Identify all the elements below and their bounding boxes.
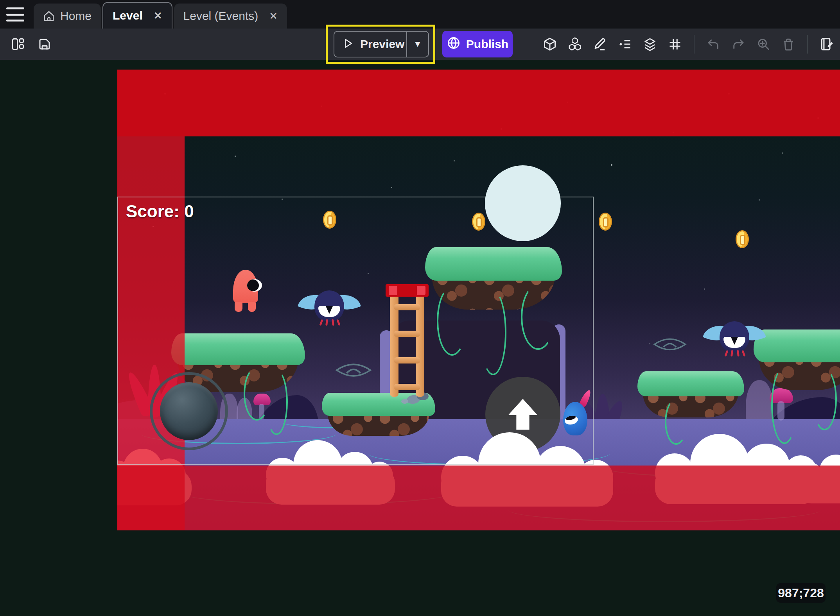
score-label[interactable]: Score: 0 <box>126 202 194 221</box>
star <box>649 343 650 344</box>
toolbar-divider <box>694 35 695 54</box>
pencil-edit-icon[interactable] <box>592 36 608 52</box>
star <box>391 187 392 188</box>
tab-label: Level <box>113 9 143 22</box>
toolbar-divider <box>807 35 808 54</box>
tab-bar: Home Level ✕ Level (Events) ✕ <box>0 0 840 29</box>
close-icon[interactable]: ✕ <box>154 11 162 21</box>
zoom-in-icon[interactable] <box>756 36 771 52</box>
layers-icon[interactable] <box>642 36 658 52</box>
hamburger-menu-icon[interactable] <box>6 7 24 21</box>
coin[interactable] <box>323 211 336 229</box>
joystick-knob[interactable] <box>160 382 218 440</box>
eye-decoration <box>334 362 373 379</box>
eye-decoration <box>652 336 687 353</box>
coin[interactable] <box>599 213 612 231</box>
globe-icon <box>447 36 461 53</box>
instances-cubes-icon[interactable] <box>567 36 583 52</box>
publish-button[interactable]: Publish <box>442 31 513 57</box>
properties-notes-icon[interactable] <box>819 36 835 52</box>
red-border-overlay-top <box>117 70 840 136</box>
ladder[interactable] <box>390 285 424 397</box>
bat-enemy[interactable] <box>705 321 764 357</box>
close-icon[interactable]: ✕ <box>269 11 278 21</box>
level-editor-canvas[interactable]: Score: 0 <box>117 70 840 530</box>
star <box>782 152 783 154</box>
tab-home[interactable]: Home <box>34 4 101 29</box>
star <box>454 160 455 161</box>
floating-platform-top[interactable] <box>425 247 562 310</box>
star <box>282 199 283 200</box>
preview-options-button[interactable]: ▼ <box>407 39 428 49</box>
tab-level[interactable]: Level ✕ <box>102 2 172 29</box>
save-icon[interactable] <box>37 36 52 52</box>
objects-cube-icon[interactable] <box>542 36 558 52</box>
player-character[interactable] <box>233 270 258 313</box>
play-icon <box>342 38 354 51</box>
chevron-down-icon: ▼ <box>413 39 422 49</box>
tab-level-events[interactable]: Level (Events) ✕ <box>174 4 287 29</box>
moon[interactable] <box>485 165 561 241</box>
star <box>611 164 612 166</box>
publish-label: Publish <box>466 38 508 51</box>
coin[interactable] <box>736 230 749 248</box>
star <box>704 288 705 290</box>
trash-icon[interactable] <box>781 36 796 52</box>
red-border-overlay-bottom <box>117 466 840 530</box>
grid-icon[interactable] <box>667 36 683 52</box>
star <box>368 273 369 274</box>
home-icon <box>43 10 55 22</box>
redo-icon[interactable] <box>731 36 746 52</box>
ladder-top-cap[interactable] <box>386 284 429 297</box>
up-arrow-icon <box>503 394 543 435</box>
preview-label: Preview <box>360 38 404 51</box>
star <box>235 156 236 157</box>
preview-button[interactable]: Preview ▼ <box>334 31 429 57</box>
floating-platform-far-right[interactable] <box>754 329 840 390</box>
panels-layout-icon[interactable] <box>10 36 26 52</box>
tab-label: Home <box>60 9 92 23</box>
virtual-joystick[interactable] <box>150 372 228 450</box>
rock-decoration <box>401 399 408 404</box>
undo-icon[interactable] <box>705 36 721 52</box>
objects-list-icon[interactable] <box>617 36 633 52</box>
coin[interactable] <box>472 213 485 231</box>
cursor-coordinates-badge: 987;728 <box>776 583 826 603</box>
tab-label: Level (Events) <box>183 9 258 23</box>
bat-enemy[interactable] <box>300 290 359 326</box>
star <box>759 199 760 201</box>
floating-platform-right[interactable] <box>637 371 744 417</box>
